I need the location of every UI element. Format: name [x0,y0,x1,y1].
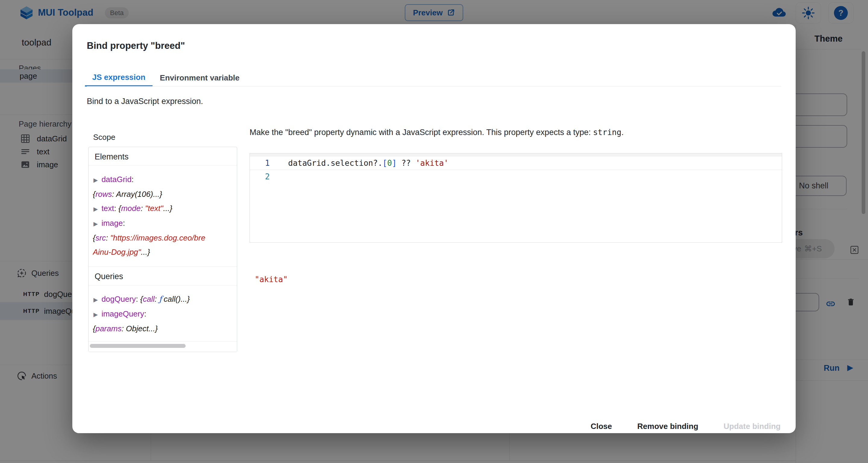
editor-line[interactable]: 2 [250,170,782,183]
scope-row[interactable]: ▶imageQuery:{params: Object...} [93,307,233,336]
dialog-title: Bind property "breed" [87,40,185,51]
scope-scrollbar-thumb[interactable] [90,344,186,348]
scope-row[interactable]: ▶image:{src: "https://images.dog.ceo/bre… [93,216,233,259]
tab-environment-variable[interactable]: Environment variable [153,69,247,87]
scope-section-header: Queries [89,267,237,285]
editor-top-strip [250,153,782,156]
editor-line[interactable]: 1dataGrid.selection?.[0] ?? 'akita' [250,156,782,170]
scope-scrollbar-track [89,341,237,352]
editor-lines: 1dataGrid.selection?.[0] ?? 'akita'2 [250,156,782,183]
scope-row[interactable]: ▶text: {mode: "text"...} [93,202,233,216]
remove-binding-button[interactable]: Remove binding [634,422,701,431]
scope-row[interactable]: ▶dogQuery: {call: ƒcall()...} [93,292,233,307]
scope-panel: Elements▶dataGrid:{rows: Array(106)...}▶… [88,147,237,352]
scope-label: Scope [93,133,116,142]
instruction-text: Make the "breed" property dynamic with a… [250,128,624,137]
line-number: 1 [250,159,278,167]
scope-row[interactable]: ▶dataGrid:{rows: Array(106)...} [93,173,233,202]
bind-property-dialog: Bind property "breed" JS expression Envi… [72,24,796,433]
evaluation-result: "akita" [255,275,288,284]
tabs-divider [87,86,781,87]
close-button[interactable]: Close [588,422,615,431]
scope-section-header: Elements [89,147,237,166]
dialog-tabs: JS expression Environment variable [85,69,247,87]
expected-type-code: string [593,128,621,137]
update-binding-button[interactable]: Update binding [721,422,784,431]
line-number: 2 [250,172,278,181]
dialog-actions: Close Remove binding Update binding [588,417,784,435]
js-expression-editor[interactable]: 1dataGrid.selection?.[0] ?? 'akita'2 [250,153,782,243]
dialog-subtitle: Bind to a JavaScript expression. [87,97,203,106]
scope-sections: Elements▶dataGrid:{rows: Array(106)...}▶… [89,147,237,343]
code-content: dataGrid.selection?.[0] ?? 'akita' [278,159,448,167]
tab-js-expression[interactable]: JS expression [85,69,153,87]
